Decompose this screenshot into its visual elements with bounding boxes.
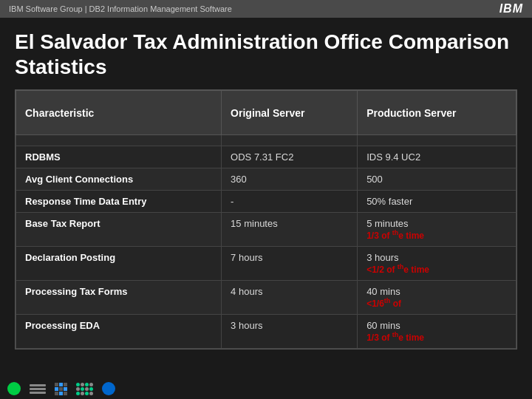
cell-original: 7 hours [222,247,358,281]
table-row [16,135,516,146]
cell-original: ODS 7.31 FC2 [222,146,358,168]
cell-production: 60 mins1/3 of the time [358,315,516,349]
table-header-row: Characteristic Original Server Productio… [16,91,516,135]
cell-original: 4 hours [222,281,358,315]
table-row: Declaration Posting7 hours3 hours<1/2 of… [16,247,516,281]
highlight-text: 1/3 of the time [366,231,424,241]
cell-original: 15 minutes [222,213,358,247]
col-header-characteristic: Characteristic [16,91,222,135]
top-bar: IBM Software Group | DB2 Information Man… [0,0,532,18]
cell-production: 3 hours<1/2 of the time [358,247,516,281]
cell-characteristic: Processing Tax Forms [16,281,222,315]
nav-icon [30,384,46,394]
cell-original: 360 [222,168,358,191]
cell-original: - [222,191,358,213]
cell-production: IDS 9.4 UC2 [358,146,516,168]
top-bar-title: IBM Software Group | DB2 Information Man… [9,4,232,13]
circle-blue-icon [102,382,115,395]
highlight-text: <1/2 of the time [366,265,429,275]
squares-icon [55,383,67,395]
highlight-text: <1/6th of [366,299,401,309]
circle-green-icon [7,382,21,395]
cell-production: 500 [358,168,516,191]
comparison-table: Characteristic Original Server Productio… [16,90,516,349]
cell-original: 3 hours [222,315,358,349]
cell-characteristic: Processing EDA [16,315,222,349]
table-row: Base Tax Report15 minutes5 minutes1/3 of… [16,213,516,247]
cell-characteristic: Response Time Data Entry [16,191,222,213]
cell-characteristic: RDBMS [16,146,222,168]
cell-characteristic: Declaration Posting [16,247,222,281]
cell-original [222,135,358,146]
cell-production: 40 mins<1/6th of [358,281,516,315]
table-row: Avg Client Connections360500 [16,168,516,191]
cell-production: 5 minutes1/3 of the time [358,213,516,247]
ibm-logo: IBM [499,2,523,16]
bottom-bar [0,378,532,399]
cell-characteristic [16,135,222,146]
page-title: El Salvador Tax Administration Office Co… [15,30,517,79]
cell-production [358,135,516,146]
table-row: Processing Tax Forms4 hours40 mins<1/6th… [16,281,516,315]
cell-characteristic: Base Tax Report [16,213,222,247]
cell-characteristic: Avg Client Connections [16,168,222,191]
dots-grid [76,383,93,395]
table-row: RDBMSODS 7.31 FC2IDS 9.4 UC2 [16,146,516,168]
col-header-original: Original Server [222,91,358,135]
cell-production: 50% faster [358,191,516,213]
col-header-production: Production Server [358,91,516,135]
table-row: Response Time Data Entry-50% faster [16,191,516,213]
table-row: Processing EDA3 hours60 mins1/3 of the t… [16,315,516,349]
highlight-text: 1/3 of the time [366,332,424,343]
